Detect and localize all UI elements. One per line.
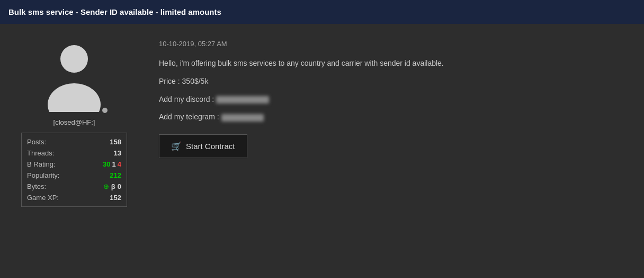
- message-line2: Price : 350$/5k: [159, 75, 628, 88]
- timestamp: 10-10-2019, 05:27 AM: [159, 40, 628, 48]
- title-bar: Bulk sms service - Sender ID available -…: [0, 0, 644, 24]
- content-area: [closed@HF:] Posts: 158 Threads: 13 B Ra…: [0, 24, 644, 226]
- start-contract-button[interactable]: 🛒 Start Contract: [159, 134, 247, 158]
- telegram-line: Add my telegram :: [159, 111, 628, 124]
- stat-row-b-rating: B Rating: 30 1 4: [27, 159, 121, 170]
- discord-value-blurred: [216, 96, 269, 103]
- telegram-prefix: Add my telegram :: [159, 112, 219, 121]
- main-content: 10-10-2019, 05:27 AM Hello, i'm offering…: [148, 34, 644, 215]
- avatar-body: [48, 75, 101, 112]
- telegram-value-blurred: [221, 114, 264, 121]
- posts-label: Posts:: [27, 138, 46, 146]
- stat-row-game-xp: Game XP: 152: [27, 192, 121, 203]
- start-contract-label: Start Contract: [186, 142, 235, 151]
- bytes-symbol: β: [111, 183, 115, 190]
- stat-row-threads: Threads: 13: [27, 147, 121, 159]
- threads-value: 13: [114, 149, 121, 157]
- online-status-dot: [102, 108, 108, 113]
- b-rating-label: B Rating:: [27, 160, 55, 168]
- discord-prefix: Add my discord :: [159, 95, 214, 103]
- b-rating-green: 30: [103, 160, 110, 168]
- avatar-head: [60, 45, 88, 73]
- game-xp-label: Game XP:: [27, 194, 59, 202]
- bytes-value: ⊕ β 0: [103, 183, 121, 190]
- message-body: Hello, i'm offering bulk sms services to…: [159, 57, 628, 124]
- avatar: [40, 45, 109, 114]
- avatar-figure: [45, 45, 103, 114]
- game-xp-value: 152: [110, 194, 121, 202]
- stat-row-popularity: Popularity: 212: [27, 170, 121, 181]
- bytes-number: 0: [118, 183, 121, 190]
- b-rating-neutral: 1: [112, 160, 116, 168]
- popularity-label: Popularity:: [27, 171, 59, 179]
- message-line1: Hello, i'm offering bulk sms services to…: [159, 57, 628, 70]
- popularity-value: 212: [110, 171, 121, 179]
- stats-box: Posts: 158 Threads: 13 B Rating: 30 1 4 …: [21, 133, 127, 207]
- bytes-label: Bytes:: [27, 183, 46, 190]
- b-rating-value: 30 1 4: [103, 160, 121, 168]
- cart-icon: 🛒: [171, 141, 182, 151]
- discord-line: Add my discord :: [159, 93, 628, 106]
- stat-row-bytes: Bytes: ⊕ β 0: [27, 181, 121, 192]
- threads-label: Threads:: [27, 149, 54, 157]
- posts-value: 158: [110, 138, 121, 146]
- bytes-plus-icon: ⊕: [103, 183, 109, 190]
- title-text: Bulk sms service - Sender ID available -…: [8, 7, 221, 16]
- b-rating-red: 4: [118, 160, 121, 168]
- username: [closed@HF:]: [53, 118, 95, 126]
- stat-row-posts: Posts: 158: [27, 136, 121, 147]
- sidebar: [closed@HF:] Posts: 158 Threads: 13 B Ra…: [0, 34, 148, 215]
